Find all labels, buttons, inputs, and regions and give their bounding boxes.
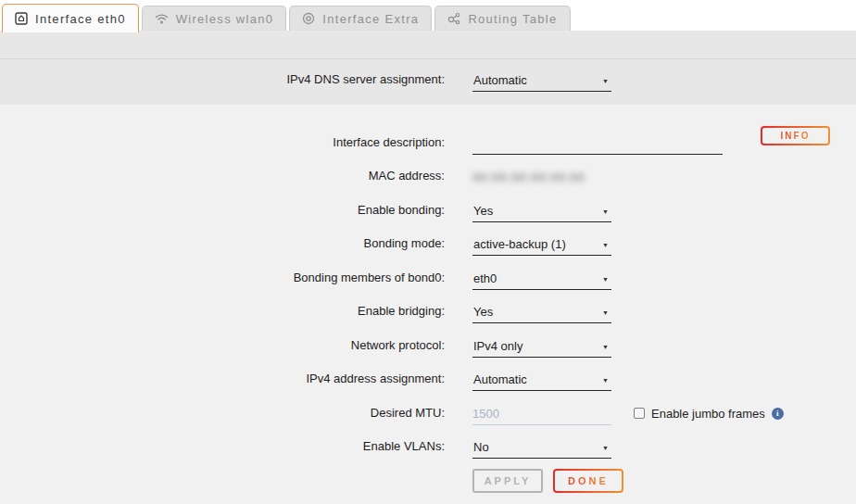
field-label: Bonding mode: <box>0 236 445 256</box>
tab-routing-table[interactable]: Routing Table <box>434 6 570 31</box>
bonding-members-select[interactable]: eth0 ▼ <box>472 271 611 290</box>
enable-bridging-select[interactable]: Yes ▼ <box>472 305 611 323</box>
form-row-protocol: Network protocol: IPv4 only ▼ <box>0 323 856 358</box>
form-row-bonding-members: Bonding members of bond0: eth0 ▼ <box>0 256 856 290</box>
info-button-label: INFO <box>781 131 811 141</box>
field-label: IPv4 DNS server assignment: <box>0 72 445 92</box>
info-icon[interactable]: i <box>772 408 784 420</box>
chevron-down-icon: ▼ <box>602 377 609 384</box>
field-label: Enable bridging: <box>0 304 445 323</box>
select-value: IPv4 only <box>473 339 522 353</box>
enable-bonding-select[interactable]: Yes ▼ <box>472 204 611 222</box>
form-row-vlans: Enable VLANs: No ▼ <box>0 425 856 460</box>
select-value: Automatic <box>473 372 527 386</box>
chevron-down-icon: ▼ <box>602 242 609 248</box>
field-label: Enable bonding: <box>0 203 445 222</box>
mac-address-value: 00:00:00:00:00:00 <box>472 170 585 188</box>
field-label: IPv4 address assignment: <box>0 372 445 391</box>
info-button[interactable]: INFO <box>761 126 830 145</box>
select-value: eth0 <box>473 271 497 285</box>
dns-section: IPv4 DNS server assignment: Automatic ▼ <box>0 59 856 105</box>
desired-mtu-input <box>472 406 611 425</box>
select-value: Yes <box>473 204 493 218</box>
chevron-down-icon: ▼ <box>602 78 609 84</box>
select-value: No <box>473 440 489 454</box>
tab-label: Routing Table <box>468 12 557 26</box>
tab-label: Interface eth0 <box>35 12 126 26</box>
nodes-icon <box>447 12 460 25</box>
jumbo-frames-cluster: Enable jumbo frames i <box>634 407 784 425</box>
tab-interface-extra[interactable]: Interface Extra <box>289 6 432 31</box>
top-strip <box>0 31 856 58</box>
field-label: Desired MTU: <box>0 406 445 425</box>
field-label: Interface description: <box>0 135 445 155</box>
chevron-down-icon: ▼ <box>602 344 609 350</box>
form-row-bonding: Enable bonding: Yes ▼ <box>0 188 856 222</box>
chevron-down-icon: ▼ <box>602 445 609 451</box>
chevron-down-icon: ▼ <box>602 276 609 283</box>
form-row-mac: MAC address: 00:00:00:00:00:00 <box>0 155 856 189</box>
enable-vlans-select[interactable]: No ▼ <box>472 440 611 459</box>
done-button-label: DONE <box>568 475 609 486</box>
form-row-description: Interface description: <box>0 120 856 155</box>
done-button[interactable]: DONE <box>553 469 623 493</box>
field-label: Enable VLANs: <box>0 439 445 459</box>
ethernet-icon <box>15 12 28 25</box>
action-buttons: APPLY DONE <box>472 469 856 493</box>
form-row-bridging: Enable bridging: Yes ▼ <box>0 290 856 324</box>
interface-description-input[interactable] <box>472 134 723 155</box>
target-icon <box>302 12 315 25</box>
tab-wireless-wlan0[interactable]: Wireless wlan0 <box>142 6 287 31</box>
form-row-mtu: Desired MTU: Enable jumbo frames i <box>0 391 856 425</box>
network-protocol-select[interactable]: IPv4 only ▼ <box>472 339 611 358</box>
bonding-mode-select[interactable]: active-backup (1) ▼ <box>472 237 611 256</box>
field-label: MAC address: <box>0 169 445 188</box>
chevron-down-icon: ▼ <box>602 208 609 215</box>
form-row-bonding-mode: Bonding mode: active-backup (1) ▼ <box>0 222 856 257</box>
chevron-down-icon: ▼ <box>602 309 609 316</box>
field-label: Bonding members of bond0: <box>0 271 445 290</box>
main-form: Interface description: MAC address: 00:0… <box>0 105 856 504</box>
ipv4-assignment-select[interactable]: Automatic ▼ <box>472 372 611 391</box>
select-value: active-backup (1) <box>473 237 566 251</box>
tab-label: Wireless wlan0 <box>176 12 274 26</box>
dns-assignment-select[interactable]: Automatic ▼ <box>472 73 611 92</box>
form-row-ipv4-assignment: IPv4 address assignment: Automatic ▼ <box>0 358 856 392</box>
tab-interface-eth0[interactable]: Interface eth0 <box>2 4 139 32</box>
apply-button[interactable]: APPLY <box>472 469 543 493</box>
select-value: Yes <box>473 305 493 319</box>
form-row-dns: IPv4 DNS server assignment: Automatic ▼ <box>0 72 856 92</box>
select-value: Automatic <box>473 73 527 87</box>
jumbo-frames-label: Enable jumbo frames <box>651 407 765 421</box>
jumbo-frames-checkbox[interactable] <box>634 408 645 419</box>
wifi-icon <box>155 13 169 25</box>
tab-bar: Interface eth0 Wireless wlan0 Interface … <box>0 0 856 31</box>
tab-label: Interface Extra <box>322 12 419 26</box>
field-label: Network protocol: <box>0 338 445 358</box>
